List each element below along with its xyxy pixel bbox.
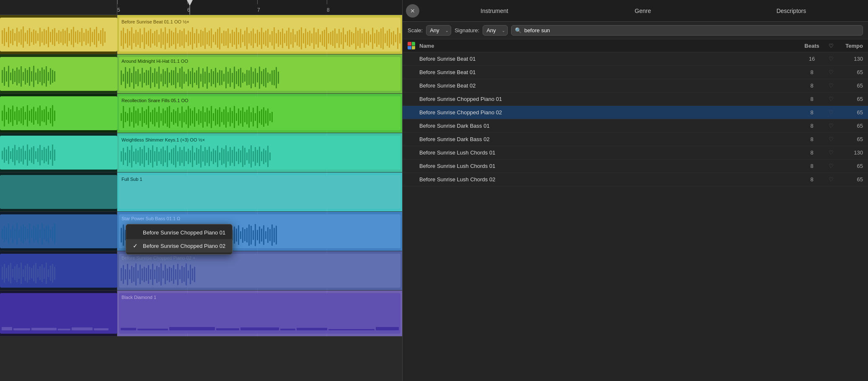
timeline-ruler: 5 6 7 8 [0,0,402,15]
result-tempo-0: 130 [838,56,863,62]
result-name-4: Before Sunrise Chopped Piano 02 [419,109,799,116]
track-snare-content: Recollection Snare Fills 05.1 OO [117,94,402,133]
result-beats-1: 8 [799,69,824,75]
close-button[interactable]: ✕ [406,4,419,18]
result-row-6[interactable]: Before Sunrise Dark Bass 028♡65 [403,133,868,146]
col-header-heart: ♡ [824,43,838,49]
result-heart-1[interactable]: ♡ [824,69,838,75]
browser-tabs: ✕ Instrument Genre Descriptors [403,0,868,22]
result-row-7[interactable]: Before Sunrise Lush Chords 018♡130 [403,146,868,160]
grid-icon-red [408,42,411,46]
playhead[interactable] [189,0,190,15]
track-piano-clip[interactable]: Before Sunrise Chopped Piano 02 × [119,254,400,288]
result-heart-3[interactable]: ♡ [824,96,838,102]
ruler-mark-7: 7 [257,0,260,15]
results-list: Before Sunrise Beat 0116♡130Before Sunri… [403,52,868,381]
track-hihat-clip[interactable]: Around Midnight Hi-Hat 01.1 OO [119,57,400,91]
ruler-mark-5: 5 [117,0,120,15]
track-diamond-left-clip [0,293,117,334]
tab-genre[interactable]: Genre [569,4,716,18]
result-tempo-1: 65 [838,69,863,75]
result-name-5: Before Sunrise Dark Bass 01 [419,123,799,129]
result-row-4[interactable]: Before Sunrise Chopped Piano 028♡65 [403,106,868,119]
track-beat-header [0,15,117,54]
grid-icon-yellow [412,46,416,50]
track-beat-clip-label: Before Sunrise Beat 01.1 OO ½× [121,19,189,24]
result-name-3: Before Sunrise Chopped Piano 01 [419,96,799,102]
track-diamond-header [0,291,117,336]
grid-icon-blue [408,46,411,50]
result-row-1[interactable]: Before Sunrise Beat 018♡65 [403,66,868,79]
context-menu-item-0[interactable]: Before Sunrise Chopped Piano 01 [126,226,232,239]
result-row-0[interactable]: Before Sunrise Beat 0116♡130 [403,52,868,66]
context-checkmark-1: ✓ [133,242,139,249]
tab-instrument[interactable]: Instrument [421,4,568,18]
result-row-9[interactable]: Before Sunrise Lush Chords 028♡65 [403,173,868,186]
result-heart-7[interactable]: ♡ [824,149,838,156]
result-tempo-6: 65 [838,136,863,142]
result-heart-4[interactable]: ♡ [824,109,838,116]
col-header-name: Name [419,43,799,49]
context-menu: Before Sunrise Chopped Piano 01 ✓ Before… [126,224,232,255]
track-diamond-content: Black Diamond 1 [117,291,402,336]
signature-label: Signature: [455,27,479,33]
ruler-marks: 5 6 7 8 [117,0,402,15]
track-beat-content: Before Sunrise Beat 01.1 OO ½× [117,15,402,54]
result-row-5[interactable]: Before Sunrise Dark Bass 018♡65 [403,119,868,133]
track-diamond: Black Diamond 1 [0,291,402,337]
track-bass-content: Full Sub 1 [117,172,402,211]
result-row-2[interactable]: Before Sunrise Beat 028♡65 [403,79,868,93]
track-piano: Before Sunrise Chopped Piano 02 × [0,251,402,291]
track-beat-left-clip [0,18,117,51]
track-snare-clip[interactable]: Recollection Snare Fills 05.1 OO [119,96,400,130]
result-heart-5[interactable]: ♡ [824,123,838,129]
track-beat-left-waveform [0,18,117,51]
context-menu-label-1: Before Sunrise Chopped Piano 02 [143,243,225,249]
result-name-6: Before Sunrise Dark Bass 02 [419,136,799,142]
result-row-8[interactable]: Before Sunrise Lush Chords 018♡65 [403,160,868,173]
result-beats-4: 8 [799,109,824,116]
track-hihat-header [0,54,117,93]
track-snare-left-clip [0,96,117,130]
grid-icon-green [412,42,416,46]
result-tempo-9: 65 [838,176,863,183]
result-heart-2[interactable]: ♡ [824,82,838,89]
context-menu-item-1[interactable]: ✓ Before Sunrise Chopped Piano 02 [126,239,232,252]
results-table-header: Name Beats ♡ Tempo [403,39,868,52]
track-diamond-clip[interactable]: Black Diamond 1 [119,293,400,334]
result-row-3[interactable]: Before Sunrise Chopped Piano 018♡65 [403,93,868,106]
result-tempo-2: 65 [838,82,863,89]
track-snare: Recollection Snare Fills 05.1 OO [0,94,402,133]
result-beats-7: 8 [799,149,824,156]
result-heart-6[interactable]: ♡ [824,136,838,142]
track-bass-header [0,172,117,211]
track-beat: Before Sunrise Beat 01.1 OO ½× [0,15,402,54]
result-heart-8[interactable]: ♡ [824,163,838,169]
track-bass-clip[interactable]: Full Sub 1 [119,175,400,209]
grid-icon-header [408,42,419,49]
signature-select[interactable]: Any [483,25,508,36]
result-beats-6: 8 [799,136,824,142]
result-beats-8: 8 [799,163,824,169]
result-beats-0: 16 [799,56,824,62]
scale-select[interactable]: Any [426,25,451,36]
ruler-mark-8: 8 [327,0,330,15]
result-name-1: Before Sunrise Beat 01 [419,69,799,75]
track-beat-clip[interactable]: Before Sunrise Beat 01.1 OO ½× [119,18,400,51]
result-heart-0[interactable]: ♡ [824,56,838,62]
track-piano-header [0,251,117,290]
result-heart-9[interactable]: ♡ [824,176,838,183]
search-box: 🔍 [511,25,863,36]
result-tempo-5: 65 [838,123,863,129]
track-bass: Full Sub 1 [0,172,402,212]
track-shimmer-clip[interactable]: Weightless Shimmer Keys.1 (+3) OO ½× [119,136,400,170]
result-beats-5: 8 [799,123,824,129]
search-input[interactable] [524,27,859,33]
result-beats-2: 8 [799,82,824,89]
result-name-9: Before Sunrise Lush Chords 02 [419,176,799,183]
search-icon: 🔍 [515,27,522,33]
track-star-header [0,212,117,251]
tracks-container: Before Sunrise Beat 01.1 OO ½× [0,15,402,337]
signature-select-wrapper: Any [483,25,508,36]
tab-descriptors[interactable]: Descriptors [718,4,865,18]
